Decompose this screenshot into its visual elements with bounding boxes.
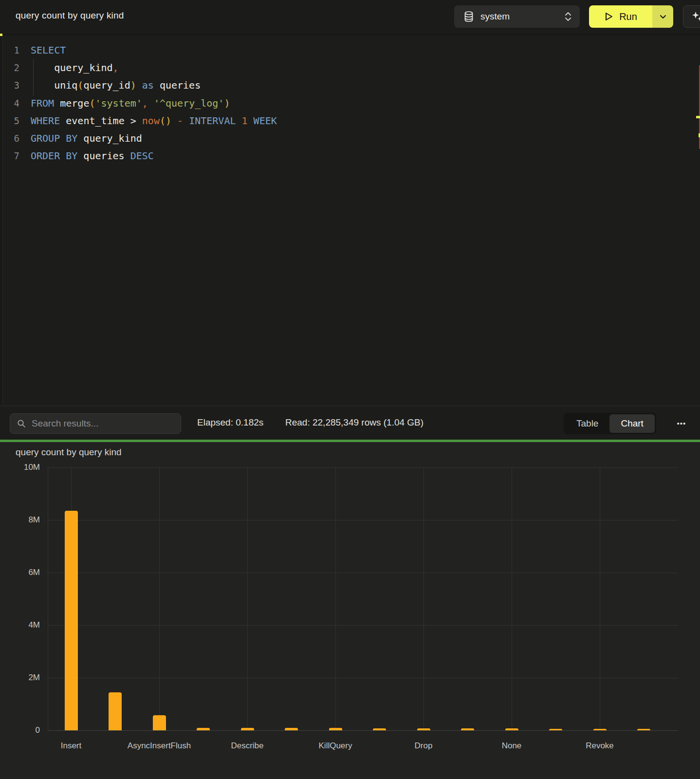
- sql-editor[interactable]: 1SELECT2 query_kind,3 uniq(query_id) as …: [3, 35, 700, 406]
- bar-unlabeled-13[interactable]: [637, 729, 650, 730]
- y-tick-label: 4M: [13, 620, 40, 630]
- code-lines: 1SELECT2 query_kind,3 uniq(query_id) as …: [3, 41, 700, 165]
- bar-AsyncInsertFlush[interactable]: [153, 715, 166, 730]
- y-tick-label: 6M: [13, 568, 40, 577]
- indent-guide: [33, 59, 34, 96]
- line-number: 3: [3, 80, 19, 91]
- code-line[interactable]: 4FROM merge('system', '^query_log'): [3, 94, 700, 112]
- y-tick-label: 10M: [13, 463, 40, 472]
- gridline-vertical: [335, 467, 336, 730]
- y-tick-label: 8M: [13, 515, 40, 525]
- read-stat: Read: 22,285,349 rows (1.04 GB): [285, 417, 424, 428]
- code-text: WHERE event_time > now() - INTERVAL 1 WE…: [31, 115, 277, 127]
- bar-unlabeled-5[interactable]: [285, 728, 298, 730]
- line-number: 7: [3, 150, 19, 161]
- code-text: ORDER BY queries DESC: [31, 150, 154, 162]
- search-box: [10, 413, 181, 434]
- gridline-horizontal: [48, 573, 678, 573]
- search-icon: [17, 419, 26, 428]
- run-button-label: Run: [619, 11, 637, 22]
- tab-table[interactable]: Table: [565, 414, 609, 433]
- y-tick-label: 0: [13, 725, 40, 735]
- assistant-button[interactable]: [683, 5, 700, 28]
- sql-console-window: query count by query kind system: [0, 0, 700, 779]
- database-selector-value: system: [480, 11, 557, 22]
- line-number: 1: [3, 45, 19, 56]
- gridline-horizontal: [48, 678, 678, 678]
- bar-unlabeled-11[interactable]: [549, 729, 562, 730]
- y-tick-label: 2M: [13, 673, 40, 683]
- x-tick-label: Revoke: [546, 741, 653, 751]
- bar-KillQuery[interactable]: [329, 728, 342, 730]
- run-button-group: Run: [589, 5, 673, 28]
- database-icon: [464, 11, 474, 22]
- code-text: FROM merge('system', '^query_log'): [31, 97, 230, 109]
- gridline-horizontal: [48, 520, 678, 520]
- code-line[interactable]: 6GROUP BY query_kind: [3, 130, 700, 147]
- bar-Describe[interactable]: [241, 728, 254, 730]
- gridline-horizontal: [48, 625, 678, 626]
- gridline-horizontal: [48, 467, 678, 468]
- chevron-down-icon: [660, 15, 666, 19]
- bar-None[interactable]: [505, 728, 518, 730]
- line-number: 2: [3, 62, 19, 73]
- bar-unlabeled-3[interactable]: [197, 728, 210, 730]
- code-line[interactable]: 3 uniq(query_id) as queries: [3, 76, 700, 94]
- bar-Drop[interactable]: [417, 728, 430, 730]
- header: query count by query kind system: [0, 0, 700, 35]
- line-number: 4: [3, 98, 19, 109]
- gridline-horizontal: [48, 730, 678, 731]
- chart-panel: query count by query kind 02M4M6M8M10MIn…: [0, 442, 700, 779]
- code-line[interactable]: 1SELECT: [3, 41, 700, 59]
- line-number: 5: [3, 115, 19, 126]
- code-line[interactable]: 7ORDER BY queries DESC: [3, 147, 700, 165]
- gridline-vertical: [159, 467, 160, 730]
- bar-unlabeled-1[interactable]: [109, 692, 122, 730]
- code-text: SELECT: [31, 44, 66, 56]
- active-tab-indicator: [0, 34, 2, 36]
- run-button[interactable]: Run: [589, 5, 652, 28]
- elapsed-stat: Elapsed: 0.182s: [197, 417, 263, 428]
- gridline-vertical: [247, 467, 248, 730]
- view-toggle: Table Chart: [564, 413, 656, 434]
- bar-unlabeled-9[interactable]: [461, 728, 474, 730]
- play-icon: [604, 12, 613, 21]
- scrollbar-cursor-mark: [696, 116, 700, 118]
- code-text: uniq(query_id) as queries: [31, 79, 201, 91]
- run-options-button[interactable]: [652, 5, 673, 28]
- bar-unlabeled-7[interactable]: [373, 728, 386, 730]
- gridline-vertical: [600, 467, 600, 730]
- results-toolbar: Elapsed: 0.182s Read: 22,285,349 rows (1…: [0, 406, 700, 440]
- chevron-up-down-icon: [564, 11, 572, 22]
- code-text: GROUP BY query_kind: [31, 132, 142, 144]
- database-selector[interactable]: system: [454, 5, 580, 28]
- sparkles-icon: [691, 11, 700, 22]
- gridline-vertical: [512, 467, 512, 730]
- page-title: query count by query kind: [16, 10, 124, 21]
- code-line[interactable]: 2 query_kind,: [3, 59, 700, 76]
- y-axis-line: [48, 467, 48, 730]
- bar-Revoke[interactable]: [593, 729, 607, 730]
- search-results-input[interactable]: [32, 418, 174, 429]
- bar-chart: 02M4M6M8M10MInsertAsyncInsertFlushDescri…: [0, 442, 700, 779]
- line-number: 6: [3, 133, 19, 144]
- gridline-vertical: [424, 467, 424, 730]
- code-text: query_kind,: [31, 62, 119, 74]
- bar-Insert[interactable]: [65, 511, 78, 730]
- more-options-button[interactable]: •••: [672, 417, 691, 429]
- code-line[interactable]: 5WHERE event_time > now() - INTERVAL 1 W…: [3, 112, 700, 130]
- tab-chart[interactable]: Chart: [609, 414, 654, 433]
